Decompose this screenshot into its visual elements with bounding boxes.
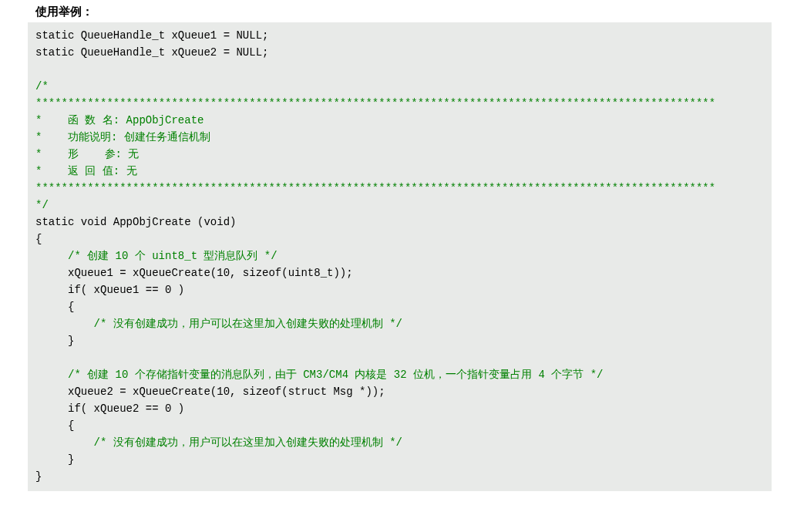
code-comment: * 形 参: 无	[35, 148, 139, 160]
code-comment: /*	[35, 80, 49, 93]
code-line: xQueue2 = xQueueCreate(10, sizeof(struct…	[35, 386, 385, 398]
code-line: }	[35, 470, 42, 483]
code-line: }	[35, 453, 74, 466]
code-comment: * 函 数 名: AppObjCreate	[35, 114, 203, 126]
code-comment: /* 没有创建成功，用户可以在这里加入创建失败的处理机制 */	[35, 436, 402, 449]
code-comment: ****************************************…	[35, 97, 715, 109]
section-heading: 使用举例：	[0, 0, 787, 22]
code-line: if( xQueue1 == 0 )	[35, 284, 184, 296]
code-line: }	[35, 335, 74, 347]
code-comment: /* 创建 10 个 uint8_t 型消息队列 */	[35, 250, 277, 262]
code-comment: /* 没有创建成功，用户可以在这里加入创建失败的处理机制 */	[35, 318, 402, 330]
code-comment: * 功能说明: 创建任务通信机制	[35, 131, 210, 143]
code-line: static QueueHandle_t xQueue1 = NULL;	[35, 29, 268, 42]
code-line: {	[35, 233, 42, 245]
code-line: static QueueHandle_t xQueue2 = NULL;	[35, 46, 268, 59]
code-block: static QueueHandle_t xQueue1 = NULL; sta…	[28, 22, 772, 491]
code-line: if( xQueue2 == 0 )	[35, 402, 184, 415]
code-line: {	[35, 301, 74, 313]
code-comment: */	[35, 199, 49, 211]
code-comment: * 返 回 值: 无	[35, 165, 137, 177]
code-line: static void AppObjCreate (void)	[35, 216, 236, 228]
code-comment: ****************************************…	[35, 182, 715, 194]
code-line: {	[35, 419, 74, 432]
code-line: xQueue1 = xQueueCreate(10, sizeof(uint8_…	[35, 267, 353, 279]
code-comment: /* 创建 10 个存储指针变量的消息队列，由于 CM3/CM4 内核是 32 …	[35, 369, 603, 381]
